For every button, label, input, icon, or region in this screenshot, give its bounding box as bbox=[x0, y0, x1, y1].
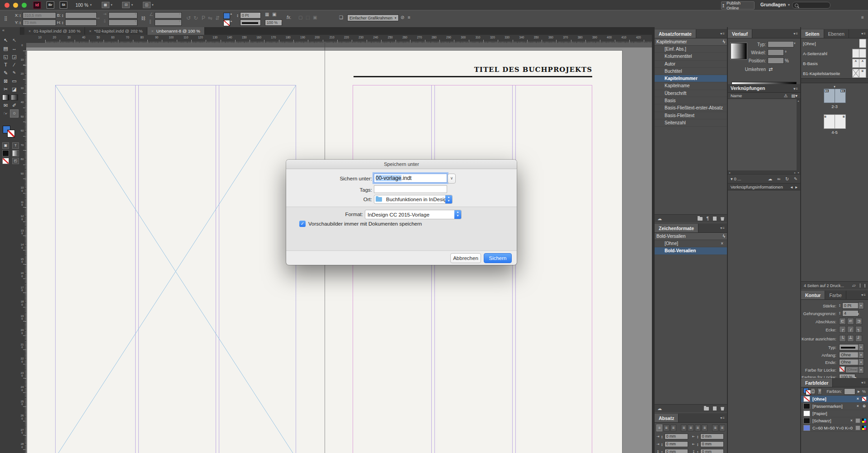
tab-seiten[interactable]: Seiten bbox=[801, 29, 824, 38]
panel-options-icon[interactable]: ≡ bbox=[408, 15, 410, 20]
master-page-item[interactable]: B1-Kapitelstartseite B bbox=[801, 68, 868, 78]
paragraph-style-item[interactable]: Basis bbox=[655, 97, 727, 104]
new-paragraph-style-icon[interactable]: ¶ bbox=[707, 216, 709, 221]
eyedropper-tool[interactable]: ✐ bbox=[10, 102, 18, 109]
chevron-down-icon[interactable]: ▾ bbox=[858, 344, 864, 351]
shear-angle-field[interactable] bbox=[155, 19, 182, 26]
document-tab[interactable]: × 01-kapitel.indd @ 100 % bbox=[24, 27, 85, 35]
panel-menu-icon[interactable]: ▾≡ bbox=[793, 87, 798, 91]
filename-input[interactable]: 00-vorlage.indt bbox=[374, 174, 447, 183]
tab-absatzformate[interactable]: Absatzformate bbox=[655, 29, 696, 38]
document-tab[interactable]: × *02-kapitel.indd @ 202 % bbox=[85, 27, 147, 35]
justify-all-button[interactable]: ≡ bbox=[702, 425, 708, 431]
paragraph-style-item[interactable]: Kapitelname bbox=[655, 82, 727, 90]
preview-checkbox[interactable]: ✓ bbox=[299, 221, 306, 227]
chevron-right-icon[interactable]: ▸ bbox=[795, 184, 797, 189]
rotate-ccw-icon[interactable]: ↺ bbox=[186, 15, 191, 21]
chevron-right-icon[interactable]: ▸ bbox=[858, 389, 860, 394]
y-stepper[interactable]: ▴▾ bbox=[19, 21, 22, 24]
free-transform-tool[interactable]: ◪ bbox=[10, 85, 18, 93]
align-left-button[interactable]: ≡ bbox=[656, 425, 662, 431]
style-group-icon[interactable] bbox=[704, 407, 709, 411]
stock-button[interactable]: St bbox=[60, 1, 67, 9]
paragraph-spacing-field[interactable]: ⇤▴▾0 mm bbox=[692, 441, 725, 447]
chevron-down-icon[interactable]: ▾ bbox=[259, 12, 260, 16]
swatch-item[interactable]: C=60 M=50 Y=0 K=0 bbox=[801, 425, 868, 432]
rotate-p-icon[interactable]: P bbox=[202, 15, 205, 21]
style-group-icon[interactable] bbox=[698, 217, 703, 221]
links-list[interactable]: ▴▾ ◂▸ bbox=[728, 99, 800, 175]
paragraph-style-item[interactable]: Kapitelnummer bbox=[655, 75, 727, 82]
screen-mode-select[interactable]: ⊡ ▾ bbox=[122, 2, 133, 8]
swatch-item[interactable]: [Ohne] × bbox=[801, 396, 868, 403]
chevron-down-icon[interactable]: ▾ bbox=[858, 302, 864, 309]
opacity-field[interactable]: 100 % bbox=[265, 19, 282, 26]
panel-menu-icon[interactable]: ▾≡ bbox=[720, 416, 725, 420]
new-page-icon[interactable] bbox=[860, 283, 861, 288]
effects-icon[interactable]: ▦ bbox=[265, 12, 269, 17]
paragraph-style-item[interactable]: Kolumnentitel bbox=[655, 53, 727, 60]
zoom-window-button[interactable] bbox=[22, 3, 27, 8]
object-style-select[interactable]: Einfacher Grafikrahmen▾ bbox=[347, 14, 399, 21]
end-select[interactable]: Ohne bbox=[839, 359, 860, 365]
paragraph-style-item[interactable]: Buchtitel bbox=[655, 68, 727, 75]
gap-tool[interactable]: ↔ bbox=[10, 45, 18, 52]
vertical-scrollbar[interactable]: ▴▾ bbox=[797, 99, 800, 174]
link-info-header[interactable]: Verknüpfungsinformationen ◂ ▸ bbox=[728, 184, 800, 190]
control-panel-menu-icon[interactable]: ≡ bbox=[861, 15, 864, 20]
selection-tool[interactable]: ↖ bbox=[2, 37, 9, 44]
tab-absatz[interactable]: Absatz bbox=[655, 414, 679, 422]
reference-point-proxy[interactable]: ⣿ bbox=[4, 16, 8, 21]
location-select[interactable]: Buchfunktionen in InDesign ▲▼ bbox=[374, 195, 453, 204]
formatting-text-button[interactable]: T bbox=[817, 388, 822, 395]
justify-right-button[interactable]: ≡ bbox=[695, 425, 701, 431]
y-field[interactable]: 73 mm bbox=[23, 19, 56, 26]
links-column-header[interactable]: Name ⚠ ▤▾ bbox=[728, 93, 800, 99]
wrap-around-icon[interactable]: ⬚ bbox=[306, 15, 310, 20]
paragraph-spacing-field[interactable]: ⇤▴▾0 mm bbox=[692, 434, 725, 439]
chevron-down-icon[interactable]: ▾ bbox=[135, 19, 137, 23]
flip-vertical-icon[interactable]: ⇵ bbox=[215, 15, 220, 21]
tab-farbfelder[interactable]: Farbfelder bbox=[801, 378, 833, 387]
width-stepper[interactable]: ▴▾ bbox=[61, 14, 64, 17]
links-panel-title[interactable]: Verknüpfungen bbox=[731, 85, 765, 91]
chevron-down-icon[interactable]: ▾ bbox=[135, 12, 137, 16]
bridge-button[interactable]: Br bbox=[47, 1, 54, 9]
align-inside-stroke-button[interactable]: ┴ bbox=[847, 335, 854, 342]
tint-field[interactable] bbox=[844, 388, 855, 395]
round-cap-button[interactable]: ⊂ bbox=[847, 318, 854, 325]
paragraph-spacing-field[interactable]: ↥▴▾0 mm bbox=[656, 449, 689, 453]
format-select[interactable]: InDesign CC 2015-Vorlage ▲▼ bbox=[365, 210, 462, 219]
apply-color-button[interactable] bbox=[2, 150, 9, 156]
page-spread-item[interactable]: ▾ B B 4-5 bbox=[801, 111, 868, 135]
new-style-icon[interactable] bbox=[713, 406, 717, 411]
edit-page-size-icon[interactable]: ▱ bbox=[852, 283, 856, 288]
view-mode-button[interactable]: ◰ bbox=[12, 158, 19, 164]
tab-farbe[interactable]: Farbe bbox=[825, 291, 846, 299]
gradient-position-field[interactable] bbox=[768, 57, 784, 64]
projecting-cap-button[interactable]: ⊐ bbox=[855, 318, 862, 325]
fill-proxy-swatch[interactable] bbox=[7, 130, 15, 137]
align-center-stroke-button[interactable]: └ bbox=[839, 335, 846, 342]
constrain-proportions-icon[interactable]: ⚯ bbox=[96, 16, 99, 21]
panel-menu-icon[interactable]: ▾≡ bbox=[720, 32, 725, 36]
new-style-icon[interactable] bbox=[713, 217, 717, 221]
align-right-button[interactable]: ≡ bbox=[670, 425, 676, 431]
paragraph-style-item[interactable]: Basis-Fließtext-erster-Absatz bbox=[655, 104, 727, 112]
close-window-button[interactable] bbox=[5, 3, 9, 8]
paragraph-spacing-field[interactable]: ⇥▴▾0 mm bbox=[656, 441, 689, 447]
horizontal-scrollbar[interactable]: ◂▸ bbox=[728, 170, 797, 174]
gradient-swatch-tool[interactable] bbox=[2, 94, 9, 100]
stroke-color-swatch[interactable] bbox=[223, 20, 230, 26]
hand-tool[interactable]: ☞ bbox=[2, 110, 9, 117]
rectangle-frame-tool[interactable]: ⊠ bbox=[2, 77, 9, 85]
reverse-gradient-icon[interactable]: ⇄ bbox=[769, 66, 778, 72]
document-tab[interactable]: × Unbenannt-8 @ 100 % bbox=[147, 27, 205, 35]
content-placer-tool[interactable]: ◲ bbox=[10, 53, 18, 60]
master-page-item[interactable]: [Ohne] bbox=[801, 38, 868, 48]
pen-tool[interactable]: ✎ bbox=[2, 69, 9, 76]
stroke-weight-field[interactable]: 0 Pt bbox=[240, 12, 261, 19]
tab-zeichenformate[interactable]: Zeichenformate bbox=[655, 224, 698, 232]
start-select[interactable]: Ohne bbox=[839, 352, 860, 358]
paragraph-spacing-field[interactable]: ⇥▴▾0 mm bbox=[656, 434, 689, 439]
